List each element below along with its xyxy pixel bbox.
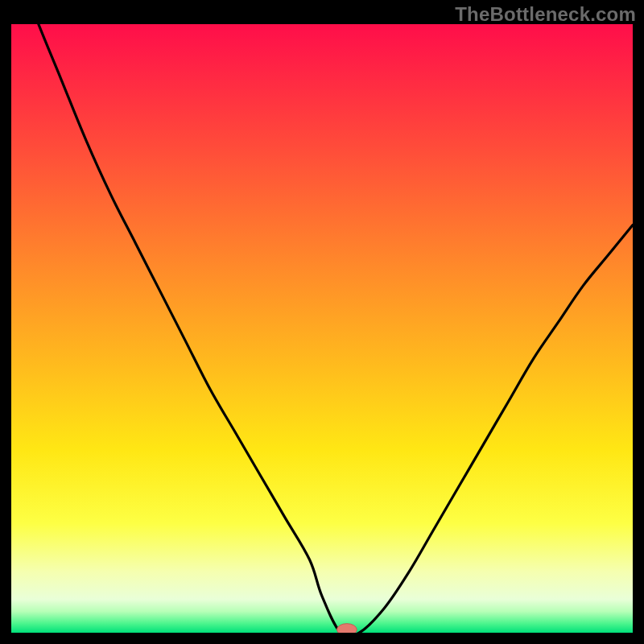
plot-area bbox=[11, 24, 633, 633]
watermark-text: TheBottleneck.com bbox=[455, 3, 636, 26]
optimum-marker bbox=[11, 24, 633, 633]
chart-frame: TheBottleneck.com bbox=[0, 0, 644, 644]
svg-point-1 bbox=[337, 624, 357, 633]
